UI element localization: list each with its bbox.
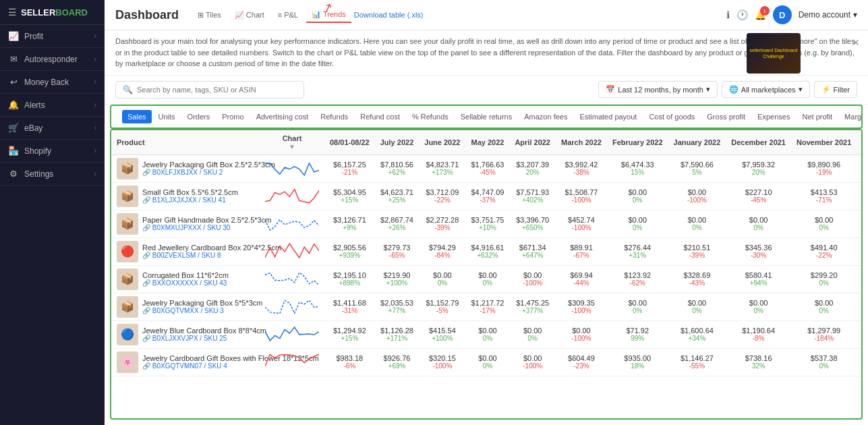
sidebar-item-autoresponder[interactable]: ✉ Autoresponder › [0, 48, 105, 71]
nav-tiles-button[interactable]: ⊞ Tiles [192, 8, 227, 22]
product-sku[interactable]: 🔗 B0XMXUJPXXX / SKU 30 [142, 224, 271, 231]
cell-percent: 0% [612, 307, 663, 314]
filter-button[interactable]: ⚡ Filter [814, 81, 857, 98]
data-cell: $7,590.66 5% [668, 154, 726, 182]
cell-percent: +31% [612, 252, 663, 259]
chevron-down-icon: ▾ [853, 10, 857, 20]
tab-advertising-cost[interactable]: Advertising cost [251, 110, 314, 123]
cell-percent: -31% [330, 307, 370, 314]
notification-bell[interactable]: 🔔 1 [755, 9, 766, 20]
data-cell: $3,207.39 20% [509, 154, 556, 182]
tab-orders[interactable]: Orders [182, 110, 216, 123]
tab-refund-cost[interactable]: Refund cost [355, 110, 405, 123]
product-thumbnail: 🌸 [117, 351, 138, 373]
nav-pl-button[interactable]: ≡ P&L [272, 8, 303, 22]
sidebar-item-shopify[interactable]: 🏪 Shopify › [0, 140, 105, 163]
data-cell: $983.18 -6% [324, 348, 375, 376]
table-row: 📦 Jewelry Packaging Gift Box 5*5*3cm 🔗 B… [111, 293, 863, 320]
cell-value: $0.00 [862, 216, 863, 224]
clock-icon[interactable]: 🕐 [736, 9, 748, 20]
tab-sales[interactable]: Sales [122, 110, 152, 123]
cell-value: $456.47 [862, 327, 863, 335]
cell-value: $89.91 [561, 244, 602, 252]
sidebar-item-profit[interactable]: 📈 Profit › [0, 25, 105, 48]
product-sku[interactable]: 🔗 B0XLFJXBJXX / SKU 2 [142, 169, 275, 176]
data-cell: $298.24 +55% [857, 265, 863, 293]
product-sku[interactable]: 🔗 BXXOXXXXXX / SKU 43 [142, 279, 229, 287]
product-cell: 📦 Jewelry Packaging Gift Box 2.5*2.5*3cm… [111, 154, 260, 182]
cell-value: $298.24 [862, 271, 863, 279]
data-cell: $6,157.25 -21% [324, 154, 375, 182]
product-cell: 📦 Paper Gift Handmade Box 2.5*2.5*3cm 🔗 … [111, 210, 260, 237]
cell-value: $7,959.32 [731, 161, 786, 169]
cell-percent: -100% [424, 362, 460, 370]
data-cell: $0.00 0% [857, 210, 863, 237]
info-icon[interactable]: ℹ [726, 9, 730, 20]
cell-percent: 0% [674, 224, 721, 231]
cell-value: $1,294.92 [330, 327, 370, 335]
sidebar: ☰ SELLERBOARD 📈 Profit › ✉ Autoresponder… [0, 0, 105, 425]
cell-value: $491.40 [797, 244, 851, 252]
tab-refunds[interactable]: Refunds [315, 110, 353, 123]
sidebar-label-shopify: Shopify [24, 146, 89, 156]
product-sku[interactable]: 🔗 B0XGQTVMXX / SKU 3 [142, 307, 263, 314]
sidebar-item-ebay[interactable]: 🛒 eBay › [0, 117, 105, 140]
search-input[interactable] [137, 86, 297, 94]
hamburger-icon[interactable]: ☰ [8, 7, 17, 18]
date-filter-button[interactable]: 📅 Last 12 months, by month ▾ [598, 81, 718, 98]
cell-percent: -22% [797, 252, 851, 259]
data-cell: $0.00 -100% [556, 320, 607, 348]
cell-percent: 0% [612, 224, 663, 231]
cell-value: $671.34 [515, 244, 550, 252]
tab-gross-profit[interactable]: Gross profit [701, 110, 751, 123]
cell-value: $537.38 [797, 354, 851, 362]
nav-trends-button[interactable]: 📊 Trends ↗ [306, 7, 351, 23]
data-cell: $0.00 -100% [509, 348, 556, 376]
sidebar-item-settings[interactable]: ⚙ Settings › [0, 163, 105, 186]
cell-value: $1,766.63 [471, 161, 504, 169]
tab-estimated-payout[interactable]: Estimated payout [574, 110, 642, 123]
cell-value: $2,867.74 [380, 216, 414, 224]
data-cell: $1,475.25 +377% [509, 293, 556, 320]
data-cell: $1,407.79 +18% [857, 182, 863, 210]
data-cell: $0.00 0% [726, 293, 791, 320]
cell-value: $328.69 [674, 271, 721, 279]
tab--refunds[interactable]: % Refunds [407, 110, 454, 123]
search-box[interactable]: 🔍 [115, 81, 304, 98]
tab-amazon-fees[interactable]: Amazon fees [519, 110, 573, 123]
avatar[interactable]: D [773, 5, 792, 24]
nav-chart-button[interactable]: 📈 Chart [229, 8, 270, 22]
product-sku[interactable]: 🔗 B1XLJXJXJXX / SKU 41 [142, 196, 238, 204]
data-cell: $0.00 0% [857, 293, 863, 320]
product-cell: 📦 Jewelry Packaging Gift Box 5*5*3cm 🔗 B… [111, 293, 260, 320]
tab-cost-of-goods[interactable]: Cost of goods [643, 110, 700, 123]
cell-value: $0.00 [471, 354, 504, 362]
tab-units[interactable]: Units [153, 110, 181, 123]
tab-promo[interactable]: Promo [216, 110, 249, 123]
cell-percent: -21% [330, 169, 370, 176]
mini-chart [265, 297, 319, 316]
cell-percent: 0% [862, 224, 863, 231]
cell-value: $1,190.64 [731, 327, 786, 335]
sidebar-item-alerts[interactable]: 🔔 Alerts › [0, 94, 105, 117]
cell-value: $309.35 [561, 299, 602, 307]
tab-margin[interactable]: Margin [839, 110, 863, 123]
tab-net-profit[interactable]: Net profit [797, 110, 838, 123]
mini-chart [265, 324, 319, 343]
demo-account-button[interactable]: Demo account ▾ [799, 10, 857, 20]
marketplace-filter-button[interactable]: 🌐 All marketplaces ▾ [722, 81, 810, 98]
cell-percent: -45% [471, 169, 504, 176]
sidebar-item-moneyback[interactable]: ↩ Money Back › [0, 71, 105, 94]
chevron-down-icon: ▾ [799, 85, 803, 94]
tab-expenses[interactable]: Expenses [752, 110, 795, 123]
product-sku[interactable]: 🔗 B0XLJXXVJPX / SKU 25 [142, 335, 266, 342]
data-cell: $0.00 -100% [668, 182, 726, 210]
tab-sellable-returns[interactable]: Sellable returns [455, 110, 517, 123]
download-link[interactable]: Download table (.xls) [354, 11, 424, 19]
product-sku[interactable]: 🔗 B00ZVEXLSM / SKU 8 [142, 252, 281, 259]
cell-value: $3,992.42 [561, 161, 602, 169]
product-name: Small Gift Box 5.5*6.5*2.5cm [142, 188, 238, 196]
chart-cell [260, 237, 324, 265]
cell-percent: +25% [380, 196, 414, 204]
close-banner-button[interactable]: ✕ [852, 36, 860, 50]
